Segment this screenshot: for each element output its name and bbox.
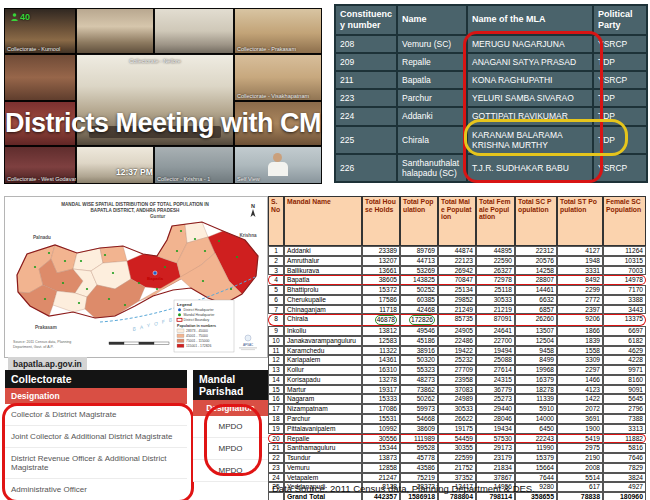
population-row: 2 Amruthalur 13207 44713 22123 22590 205… — [268, 256, 646, 266]
cell-population: 38916 — [400, 346, 438, 356]
cell-population: 48273 — [400, 375, 438, 385]
cell-male: 37352 — [438, 473, 476, 483]
mla-row: 208 Vemuru (SC) MERUGU NAGARJUNA YSRCP — [335, 35, 647, 53]
cell-households: 15333 — [362, 394, 400, 404]
cell-mandal-name: Chinaganjam — [284, 305, 362, 315]
north-label: N — [251, 203, 255, 209]
cell-population: 111989 — [400, 434, 438, 444]
population-row: 20 Repalle 30556 111989 54459 57530 2224… — [268, 434, 646, 444]
cell-female: 19434 — [476, 424, 515, 434]
cell-female-sc: 180960 — [603, 492, 646, 500]
cell-sc: 18278 — [515, 385, 557, 395]
cell-male: 23958 — [438, 375, 476, 385]
cell-households: 15344 — [362, 443, 400, 453]
cell-constituency-name: Chirala — [397, 126, 467, 154]
cell-households: 10992 — [362, 424, 400, 434]
cell-mandal-name: Cherukupalle — [284, 295, 362, 305]
mpdo-row: MPDO — [193, 438, 268, 460]
cell-households: 15372 — [362, 285, 400, 295]
cell-female: 87091 — [476, 314, 515, 326]
population-row: 24 Vetapalem 21247 75219 37352 37867 764… — [268, 473, 646, 483]
collectorate-designation-header: Designation — [5, 388, 187, 404]
cell-female-sc: 4228 — [603, 355, 646, 365]
cell-constituency-name: Santhanuthalathalapadu (SC) — [397, 154, 467, 182]
cell-female: 24315 — [476, 375, 515, 385]
cell-mandal-name: Bapatla — [284, 275, 362, 285]
cell-st: 5419 — [557, 434, 603, 444]
cell-male: 54459 — [438, 434, 476, 444]
cell-st: 2072 — [557, 404, 603, 414]
cell-female: 29173 — [476, 443, 515, 453]
map-source-line2: Department, Govt. of A.P. — [13, 345, 54, 349]
cell-female-sc: 6182 — [603, 336, 646, 346]
cell-sc: 6632 — [515, 295, 557, 305]
cell-female-sc: 3313 — [603, 424, 646, 434]
neighbor-label-guntur: Guntur — [150, 214, 166, 219]
cell-female: 26327 — [476, 266, 515, 276]
cell-households: 17086 — [362, 404, 400, 414]
population-row: 14 Korisapadu 13278 48273 23958 24315 16… — [268, 375, 646, 385]
district-hq-dot — [153, 271, 157, 275]
cell-female: 37867 — [476, 473, 515, 483]
population-row: 3 Ballikurava 13661 53269 26942 26327 14… — [268, 266, 646, 276]
mla-row: 211 Bapatla KONA RAGHUPATHI YSRCP — [335, 71, 647, 89]
population-row: 22 Tsundur 13873 45778 22599 23179 15379… — [268, 453, 646, 463]
cell-male: 70847 — [438, 275, 476, 285]
population-row: 10 Janakavarampanguluru 12583 45186 2248… — [268, 336, 646, 346]
cell-mandal-name: Nagaram — [284, 394, 362, 404]
cell-st: 78838 — [557, 492, 603, 500]
legend-class-4: 115001 - 172826 — [186, 344, 212, 348]
cell-mandal-name: Karlapalem — [284, 355, 362, 365]
population-row: 5 Bhattiprolu 15372 50252 25134 25118 14… — [268, 285, 646, 295]
cell-households: 12583 — [362, 336, 400, 346]
mla-row: 223 Parchur YELURI SAMBA SIVARAO TDP — [335, 89, 647, 107]
cell-sc: 22243 — [515, 434, 557, 444]
cell-male: 25232 — [438, 355, 476, 365]
population-table-grid: S.No Mandal Name Total House Holds Total… — [268, 196, 646, 500]
cell-sno: 24 — [268, 473, 284, 483]
cell-female-sc: 7646 — [603, 453, 646, 463]
cell-sno: 23 — [268, 463, 284, 473]
cell-st: 2008 — [557, 463, 603, 473]
cell-female: 36779 — [476, 385, 515, 395]
cell-party: TDP — [593, 126, 647, 154]
cell-constituency-number: 224 — [335, 107, 397, 125]
cell-population: 45778 — [400, 453, 438, 463]
col-sno: S.No — [268, 196, 284, 246]
cell-sno: 3 — [268, 266, 284, 276]
meeting-timestamp: 12:37 PM — [116, 167, 153, 177]
cell-sno: 7 — [268, 305, 284, 315]
designation-row: Joint Collector & Additional District Ma… — [5, 426, 187, 448]
cell-mla-name: KARANAM BALARAMA KRISHNA MURTHY — [467, 126, 593, 154]
cell-sc: 6450 — [515, 424, 557, 434]
video-tile-caption: Collectorate - Visakhapatnam — [237, 93, 309, 99]
cell-st: 1866 — [557, 326, 603, 336]
cell-sno: 5 — [268, 285, 284, 295]
population-row: 17 Nizampatnam 17086 59973 30533 29440 5… — [268, 404, 646, 414]
cell-st: 617 — [557, 482, 603, 492]
video-tile-caption: Collectorate - Nellore — [129, 58, 181, 64]
cell-st: 9206 — [557, 314, 603, 326]
cell-female: 72978 — [476, 275, 515, 285]
cell-male: 21752 — [438, 463, 476, 473]
cell-female: 25273 — [476, 394, 515, 404]
cell-male: 25134 — [438, 285, 476, 295]
legend-district-hq: District Headquarter — [184, 308, 215, 312]
cell-female: 57530 — [476, 434, 515, 444]
cell-st: 4127 — [557, 246, 603, 256]
cell-male: 19422 — [438, 346, 476, 356]
mpdo-row: MPDO — [193, 460, 268, 482]
cell-female: 25088 — [476, 355, 515, 365]
cell-male: 22123 — [438, 256, 476, 266]
cell-st: 2772 — [557, 295, 603, 305]
cell-households: 13278 — [362, 375, 400, 385]
cell-households: 13207 — [362, 256, 400, 266]
cell-male: 44874 — [438, 246, 476, 256]
cell-households: 21247 — [362, 473, 400, 483]
cell-female: 19494 — [476, 346, 515, 356]
cell-population: 49546 — [400, 326, 438, 336]
mandal-parishad-designation-header: Designation — [193, 400, 268, 416]
cell-male: 27709 — [438, 365, 476, 375]
cell-constituency-number: 209 — [335, 53, 397, 71]
population-row: 9 Inkollu 13812 49546 24905 24641 13507 … — [268, 326, 646, 336]
